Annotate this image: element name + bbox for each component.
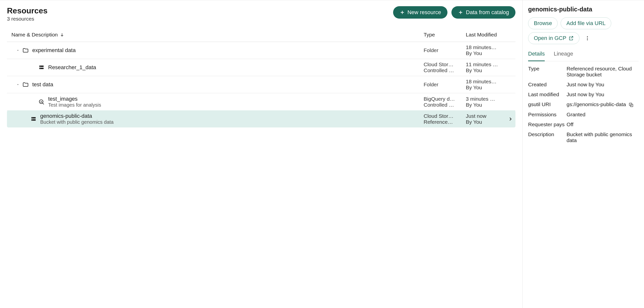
detail-value: Just now by You	[566, 82, 638, 87]
type-line-1: Folder	[424, 82, 466, 87]
detail-row-gsutil: gsutil URI gs://genomics-public-data	[528, 101, 638, 108]
detail-label: Type	[528, 66, 566, 72]
row-icon-cell	[29, 116, 38, 122]
mod-line-1: Just now	[466, 113, 506, 119]
resources-panel: Resources 3 resources New resource Data …	[0, 0, 522, 308]
open-in-gcp-button[interactable]: Open in GCP	[528, 32, 580, 44]
expand-cell[interactable]	[7, 48, 21, 52]
mod-by: By You	[466, 85, 506, 90]
mod-line-1: 18 minutes…	[466, 79, 506, 85]
detail-row-modified: Last modified Just now by You	[528, 91, 638, 97]
type-line-1: Cloud Stor…	[424, 61, 466, 67]
page-title: Resources	[7, 6, 48, 15]
svg-point-10	[587, 38, 588, 39]
details-section: Type Referenced resource, Cloud Storage …	[528, 66, 638, 143]
detail-value: gs://genomics-public-data	[566, 101, 638, 108]
external-link-icon	[568, 35, 574, 41]
type-cell: Folder	[424, 82, 466, 87]
modified-cell: 11 minutes … By You	[466, 61, 506, 73]
row-icon-cell	[21, 47, 30, 53]
detail-label: Description	[528, 131, 566, 137]
type-line-1: Cloud Stor…	[424, 113, 466, 119]
detail-value: Off	[566, 121, 638, 127]
details-panel: genomics-public-data Browse Add file via…	[522, 0, 644, 308]
mod-by: By You	[466, 67, 506, 73]
row-name: test data	[32, 81, 424, 88]
detail-label: Permissions	[528, 112, 566, 118]
row-icon-cell	[37, 64, 46, 71]
folder-icon	[22, 47, 29, 53]
row-name: test_images	[48, 96, 424, 102]
more-options-button[interactable]	[582, 33, 592, 43]
detail-row-created: Created Just now by You	[528, 82, 638, 87]
open-gcp-label: Open in GCP	[534, 35, 566, 41]
sort-down-icon	[60, 32, 64, 37]
column-header-name-text: Name & Description	[12, 32, 58, 38]
name-cell: experimental data	[32, 47, 424, 53]
tab-lineage[interactable]: Lineage	[554, 49, 573, 61]
svg-rect-2	[40, 66, 40, 66]
copy-icon[interactable]	[628, 102, 634, 108]
table-row[interactable]: Researcher_1_data Cloud Stor… Controlled…	[7, 59, 516, 76]
mod-line-1: 18 minutes…	[466, 44, 506, 50]
caret-down-icon	[16, 83, 20, 86]
add-url-label: Add file via URL	[566, 20, 606, 26]
column-header-type[interactable]: Type	[424, 32, 466, 38]
detail-label: Requester pays	[528, 121, 566, 127]
detail-row-requester: Requester pays Off	[528, 121, 638, 127]
browse-label: Browse	[534, 20, 552, 26]
table-row[interactable]: test_images Test images for analysis Big…	[7, 93, 516, 111]
table-row[interactable]: test data Folder 18 minutes… By You	[7, 76, 516, 93]
name-cell: test data	[32, 81, 424, 88]
name-cell: genomics-public-data Bucket with public …	[40, 113, 424, 125]
detail-value: Granted	[566, 112, 638, 118]
row-name: Researcher_1_data	[48, 64, 424, 71]
table-header: Name & Description Type Last Modified	[7, 28, 516, 42]
table-row[interactable]: genomics-public-data Bucket with public …	[7, 110, 516, 127]
storage-icon	[38, 64, 45, 71]
gsutil-value: gs://genomics-public-data	[566, 101, 626, 107]
folder-icon	[22, 81, 29, 88]
type-line-2: Controlled …	[424, 67, 466, 73]
header-actions: New resource Data from catalog	[393, 6, 516, 18]
more-vertical-icon	[585, 35, 590, 41]
mod-by: By You	[466, 119, 506, 125]
tab-details[interactable]: Details	[528, 49, 545, 61]
detail-label: Created	[528, 82, 566, 87]
mod-by: By You	[466, 102, 506, 108]
type-line-1: BigQuery d…	[424, 96, 466, 102]
header-text: Resources 3 resources	[7, 6, 48, 22]
row-name: genomics-public-data	[40, 113, 424, 119]
detail-label: Last modified	[528, 91, 566, 97]
new-resource-button[interactable]: New resource	[393, 6, 448, 18]
type-cell: Cloud Stor… Reference…	[424, 113, 466, 125]
type-line-1: Folder	[424, 47, 466, 53]
expand-cell[interactable]	[7, 83, 21, 86]
browse-button[interactable]: Browse	[528, 17, 558, 29]
type-line-2: Controlled …	[424, 102, 466, 108]
detail-row-type: Type Referenced resource, Cloud Storage …	[528, 66, 638, 78]
bigquery-icon	[38, 99, 45, 105]
side-actions: Browse Add file via URL Open in GCP	[528, 17, 638, 44]
chevron-right-icon	[508, 116, 513, 122]
add-file-url-button[interactable]: Add file via URL	[560, 17, 611, 29]
page-subtitle: 3 resources	[7, 16, 48, 22]
column-header-modified[interactable]: Last Modified	[466, 32, 516, 38]
header-row: Resources 3 resources New resource Data …	[7, 6, 516, 22]
modified-cell: 18 minutes… By You	[466, 79, 506, 90]
data-from-catalog-button[interactable]: Data from catalog	[452, 6, 516, 18]
modified-cell: 18 minutes… By You	[466, 44, 506, 56]
table-row[interactable]: experimental data Folder 18 minutes… By …	[7, 42, 516, 59]
mod-line-1: 11 minutes …	[466, 61, 506, 67]
detail-value: Just now by You	[566, 91, 638, 97]
svg-point-9	[587, 36, 588, 37]
type-cell: Folder	[424, 47, 466, 53]
arrow-cell[interactable]	[506, 116, 516, 122]
data-catalog-label: Data from catalog	[466, 9, 509, 16]
type-line-2: Reference…	[424, 119, 466, 125]
side-title: genomics-public-data	[528, 6, 638, 13]
column-header-name[interactable]: Name & Description	[12, 32, 424, 38]
row-desc: Test images for analysis	[48, 102, 424, 108]
svg-rect-7	[32, 118, 32, 118]
resource-table: Name & Description Type Last Modified ex…	[7, 28, 516, 127]
